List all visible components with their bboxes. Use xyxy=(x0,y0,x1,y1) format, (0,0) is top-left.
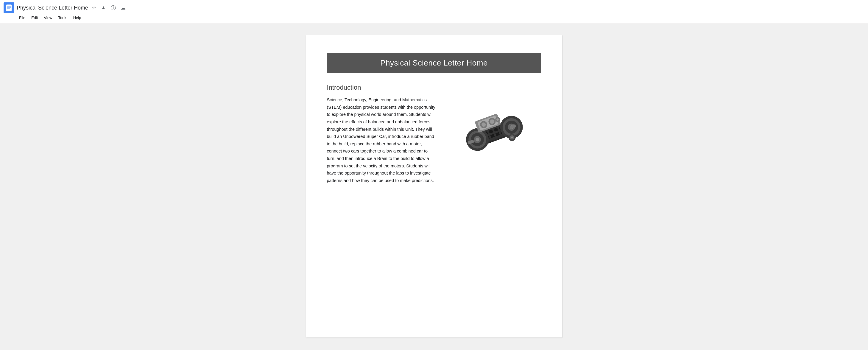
robot-image xyxy=(446,96,541,165)
svg-rect-2 xyxy=(7,6,11,7)
title-row: Physical Science Letter Home ☆ ▲ ⓘ ☁ xyxy=(4,0,864,14)
intro-content: Science, Technology, Engineering, and Ma… xyxy=(327,96,541,184)
menu-tools[interactable]: Tools xyxy=(56,14,69,21)
document-banner: Physical Science Letter Home xyxy=(327,53,541,73)
chrome-bar: Physical Science Letter Home ☆ ▲ ⓘ ☁ Fil… xyxy=(0,0,868,23)
menu-view[interactable]: View xyxy=(41,14,55,21)
svg-rect-3 xyxy=(7,7,11,8)
cloud-icon[interactable]: ☁ xyxy=(119,4,127,11)
info-icon[interactable]: ⓘ xyxy=(110,4,117,12)
svg-rect-4 xyxy=(7,8,10,9)
menu-help[interactable]: Help xyxy=(71,14,84,21)
intro-heading: Introduction xyxy=(327,84,541,91)
drive-icon[interactable]: ▲ xyxy=(100,4,107,11)
banner-title: Physical Science Letter Home xyxy=(380,58,488,67)
menu-file[interactable]: File xyxy=(17,14,28,21)
docs-app-icon xyxy=(4,2,14,13)
document-title: Physical Science Letter Home xyxy=(17,5,88,11)
star-icon[interactable]: ☆ xyxy=(91,4,97,11)
canvas-area: Physical Science Letter Home Introductio… xyxy=(0,23,868,349)
robot-car-svg xyxy=(449,99,538,162)
menu-bar: File Edit View Tools Help xyxy=(4,14,864,23)
intro-paragraph: Science, Technology, Engineering, and Ma… xyxy=(327,96,437,184)
menu-edit[interactable]: Edit xyxy=(29,14,40,21)
document-page: Physical Science Letter Home Introductio… xyxy=(306,35,562,338)
